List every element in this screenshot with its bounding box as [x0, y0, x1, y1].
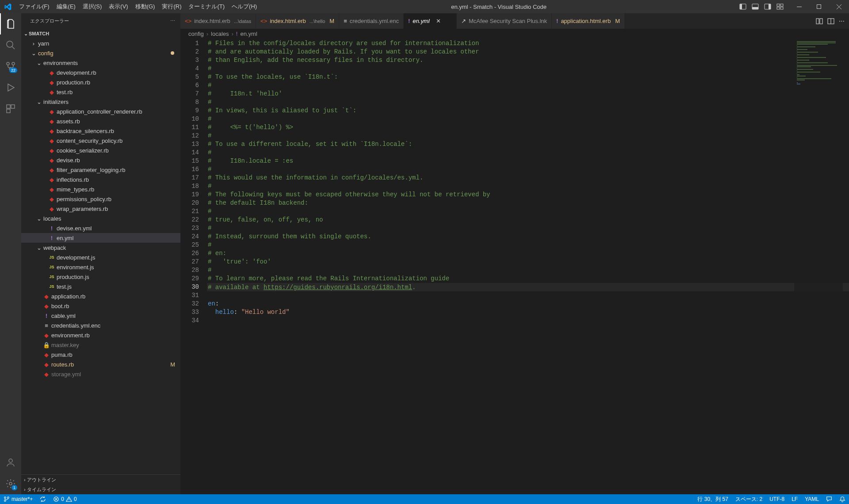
tree-file[interactable]: ≡credentials.yml.enc — [21, 321, 180, 330]
project-section[interactable]: ⌄ SMATCH — [21, 29, 180, 38]
split-editor-icon[interactable] — [827, 18, 834, 25]
tree-file[interactable]: JSdevelopment.js — [21, 252, 180, 262]
code-line[interactable]: # Instead, surround them with single quo… — [207, 233, 849, 241]
tree-file[interactable]: !devise.en.yml — [21, 223, 180, 233]
cursor-position-item[interactable]: 行 30、列 57 — [694, 494, 731, 504]
tree-file[interactable]: ◆mime_types.rb — [21, 184, 180, 194]
code-line[interactable]: # — [207, 182, 849, 191]
feedback-icon[interactable] — [822, 494, 836, 504]
code-line[interactable]: # — [207, 165, 849, 174]
minimap[interactable] — [794, 38, 843, 494]
code-line[interactable]: # <%= t('hello') %> — [207, 123, 849, 132]
editor-tab[interactable]: !en.yml✕ — [404, 13, 457, 29]
code-line[interactable]: # — [207, 266, 849, 275]
outline-section[interactable]: › アウトライン — [21, 475, 180, 485]
breadcrumb-seg[interactable]: en.yml — [240, 31, 257, 37]
tree-file[interactable]: ◆development.rb — [21, 68, 180, 77]
tree-file[interactable]: ◆application_controller_renderer.rb — [21, 107, 180, 116]
code-line[interactable]: # available at https://guides.rubyonrail… — [207, 283, 849, 291]
customize-layout-icon[interactable] — [774, 0, 786, 13]
minimize-button[interactable] — [789, 0, 809, 13]
editor-tab[interactable]: !application.html.erbM — [552, 13, 625, 29]
editor-body[interactable]: 1234567891011121314151617181920212223242… — [180, 38, 849, 494]
code-line[interactable]: # To use the locales, use `I18n.t`: — [207, 73, 849, 81]
breadcrumb-seg[interactable]: config — [188, 31, 204, 37]
code-line[interactable]: # — [207, 81, 849, 90]
code-line[interactable]: # and are automatically loaded by Rails.… — [207, 48, 849, 56]
tab-close-icon[interactable]: ✕ — [436, 18, 441, 24]
tree-file[interactable]: ◆boot.rb — [21, 301, 180, 311]
tree-file[interactable]: ◆routes.rbM — [21, 359, 180, 369]
code-content[interactable]: # Files in the config/locales directory … — [207, 38, 849, 494]
tree-folder[interactable]: ⌄webpack — [21, 243, 180, 252]
editor-tab[interactable]: <>index.html.erb...\helloM — [256, 13, 339, 29]
toggle-panel-icon[interactable] — [750, 0, 761, 13]
tree-file[interactable]: ◆production.rb — [21, 77, 180, 87]
tree-file[interactable]: 🔒master.key — [21, 340, 180, 350]
tree-file[interactable]: ◆test.rb — [21, 87, 180, 97]
source-control-icon[interactable]: 22 — [0, 56, 21, 77]
tree-folder[interactable]: ⌄environments — [21, 58, 180, 68]
code-line[interactable]: # I18n.locale = :es — [207, 157, 849, 165]
menu-edit[interactable]: 編集(E) — [53, 0, 79, 13]
run-debug-icon[interactable] — [0, 77, 21, 98]
accounts-icon[interactable] — [0, 452, 21, 473]
tree-file[interactable]: ◆inflections.rb — [21, 175, 180, 184]
code-line[interactable]: hello: "Hello world" — [207, 308, 849, 317]
extensions-icon[interactable] — [0, 98, 21, 119]
language-mode-item[interactable]: YAML — [801, 494, 822, 504]
eol-item[interactable]: LF — [788, 494, 801, 504]
code-line[interactable]: # In views, this is aliased to just `t`: — [207, 107, 849, 115]
code-line[interactable]: # than English, add the necessary files … — [207, 56, 849, 65]
code-line[interactable]: # — [207, 224, 849, 233]
maximize-button[interactable] — [809, 0, 829, 13]
code-line[interactable]: # This would use the information in conf… — [207, 174, 849, 182]
sync-item[interactable] — [36, 494, 50, 504]
close-button[interactable] — [829, 0, 849, 13]
tree-file[interactable]: JSenvironment.js — [21, 262, 180, 272]
explorer-icon[interactable] — [0, 13, 21, 34]
compare-changes-icon[interactable] — [816, 18, 823, 25]
code-line[interactable]: # 'true': 'foo' — [207, 258, 849, 266]
tree-file[interactable]: !en.yml — [21, 233, 180, 243]
menu-selection[interactable]: 選択(S) — [79, 0, 105, 13]
notifications-icon[interactable] — [836, 494, 849, 504]
tree-file[interactable]: ◆environment.rb — [21, 330, 180, 340]
code-line[interactable]: # — [207, 149, 849, 157]
tree-file[interactable]: !cable.yml — [21, 311, 180, 321]
tree-file[interactable]: ◆backtrace_silencers.rb — [21, 126, 180, 136]
tree-folder[interactable]: ⌄config — [21, 48, 180, 58]
tree-file[interactable]: ◆wrap_parameters.rb — [21, 204, 180, 214]
code-line[interactable]: # en: — [207, 249, 849, 258]
encoding-item[interactable]: UTF-8 — [766, 494, 788, 504]
code-line[interactable]: # — [207, 65, 849, 73]
code-line[interactable] — [207, 291, 849, 300]
editor-tab[interactable]: ↗McAfee Security Scan Plus.lnk — [457, 13, 552, 29]
breadcrumbs[interactable]: config › locales › ! en.yml — [180, 29, 849, 38]
tree-file[interactable]: ◆content_security_policy.rb — [21, 136, 180, 145]
menu-help[interactable]: ヘルプ(H) — [228, 0, 260, 13]
code-line[interactable]: # — [207, 241, 849, 249]
tree-file[interactable]: ◆filter_parameter_logging.rb — [21, 165, 180, 175]
editor-tab[interactable]: ≡credentials.yml.enc — [339, 13, 404, 29]
editor-tab[interactable]: <>index.html.erb...\datas — [180, 13, 256, 29]
menu-run[interactable]: 実行(R) — [158, 0, 185, 13]
sidebar-more-icon[interactable]: ⋯ — [170, 18, 175, 24]
problems-item[interactable]: 0 0 — [50, 494, 80, 504]
tree-file[interactable]: JSproduction.js — [21, 272, 180, 282]
menu-file[interactable]: ファイル(F) — [15, 0, 53, 13]
code-line[interactable]: # The following keys must be escaped oth… — [207, 191, 849, 199]
tree-file[interactable]: ◆assets.rb — [21, 116, 180, 126]
git-branch-item[interactable]: master*+ — [0, 494, 36, 504]
code-line[interactable]: # — [207, 207, 849, 216]
tree-file[interactable]: ◆cookies_serializer.rb — [21, 145, 180, 155]
tree-file[interactable]: ◆devise.rb — [21, 155, 180, 165]
timeline-section[interactable]: › タイムライン — [21, 485, 180, 494]
settings-gear-icon[interactable]: 1 — [0, 473, 21, 494]
code-line[interactable]: # — [207, 132, 849, 140]
code-line[interactable]: # — [207, 115, 849, 123]
code-line[interactable]: # To use a different locale, set it with… — [207, 140, 849, 149]
menu-go[interactable]: 移動(G) — [132, 0, 159, 13]
code-line[interactable]: # the default I18n backend: — [207, 199, 849, 207]
tree-folder[interactable]: ›yarn — [21, 38, 180, 48]
